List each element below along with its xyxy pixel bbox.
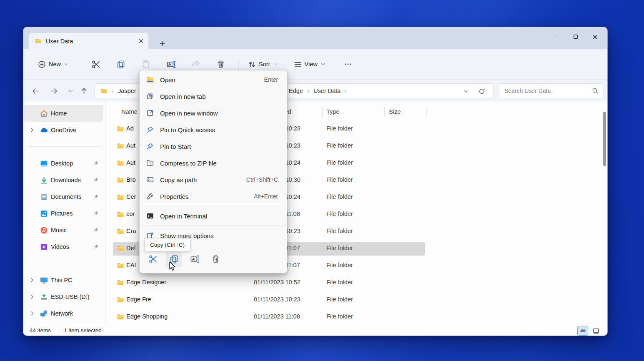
chevron-right-icon[interactable]	[29, 311, 35, 316]
titlebar[interactable]: User Data	[23, 27, 607, 49]
menu-item-properties[interactable]: PropertiesAlt+Enter	[142, 188, 285, 205]
details-view-button[interactable]	[577, 326, 588, 336]
menu-item-pin-to-quick-access[interactable]: Pin to Quick access	[142, 121, 285, 138]
sidebar-item-desktop[interactable]: Desktop	[24, 155, 103, 172]
breadcrumb-edge[interactable]: Edge	[289, 88, 303, 94]
file-name[interactable]: Aut	[126, 159, 135, 166]
file-name[interactable]: Cra	[126, 228, 136, 234]
open-new-window-icon	[146, 109, 154, 117]
column-header-name[interactable]: Name	[121, 108, 138, 115]
rename-quick-button[interactable]	[187, 251, 203, 267]
search-input[interactable]	[504, 84, 588, 98]
toolbar: New Sort View	[23, 49, 607, 80]
scrollbar[interactable]	[603, 105, 606, 323]
search-box[interactable]	[499, 83, 603, 98]
status-divider	[59, 327, 59, 334]
forward-icon	[50, 87, 58, 95]
usb-icon	[40, 293, 48, 301]
sidebar-item-esd-usb-d[interactable]: ESD-USB (D:)	[24, 288, 103, 305]
sidebar-item-documents[interactable]: Documents	[24, 188, 103, 205]
file-name[interactable]: Edge Fre	[126, 296, 151, 303]
up-button[interactable]	[77, 84, 91, 98]
sidebar-item-this-pc[interactable]: This PC	[24, 272, 103, 288]
close-button[interactable]	[585, 27, 604, 46]
sidebar-item-music[interactable]: Music	[24, 222, 103, 238]
file-row-edge-fre[interactable]: Edge Fre01/11/2023 10:23File folder	[106, 291, 607, 308]
view-button[interactable]: View	[290, 57, 330, 72]
column-divider[interactable]	[384, 108, 385, 117]
menu-item-open[interactable]: OpenEnter	[142, 71, 285, 88]
file-name[interactable]: Bro	[126, 176, 136, 183]
recent-locations-button[interactable]	[63, 84, 78, 98]
scrollbar-thumb[interactable]	[603, 112, 606, 166]
ellipsis-icon	[344, 60, 352, 68]
view-button-label: View	[305, 61, 318, 68]
copy-button[interactable]	[113, 57, 129, 72]
column-header-size[interactable]: Size	[389, 108, 401, 115]
delete-button[interactable]	[213, 57, 229, 72]
file-name[interactable]: Edge Designer	[126, 279, 166, 286]
breadcrumb-root[interactable]: Jasper	[118, 88, 136, 94]
tab-close-icon[interactable]	[138, 38, 144, 44]
refresh-button[interactable]	[476, 86, 487, 97]
file-name[interactable]: Def	[126, 245, 136, 251]
sidebar-item-network[interactable]: Network	[24, 305, 103, 322]
new-button[interactable]: New	[34, 57, 73, 72]
address-dropdown-button[interactable]	[461, 86, 471, 97]
maximize-button[interactable]	[566, 27, 585, 46]
rename-button[interactable]	[163, 57, 179, 72]
menu-item-pin-to-start[interactable]: Pin to Start	[142, 138, 285, 155]
file-row-edge-shopping[interactable]: Edge Shopping01/11/2023 11:08File folder	[106, 308, 607, 326]
sidebar-item-videos[interactable]: Videos	[24, 238, 103, 255]
desktop-icon	[40, 160, 48, 168]
sidebar-item-label: Downloads	[51, 177, 81, 183]
paste-button[interactable]	[138, 57, 154, 72]
cut-quick-button[interactable]	[145, 251, 161, 267]
column-header-type[interactable]: Type	[326, 108, 339, 115]
music-icon	[40, 226, 48, 234]
thumbnail-view-button[interactable]	[591, 326, 601, 336]
chevron-right-icon[interactable]	[29, 127, 35, 133]
back-button[interactable]	[28, 84, 43, 98]
chevron-right-icon[interactable]	[29, 277, 35, 283]
file-name[interactable]: Aut	[126, 142, 135, 149]
new-tab-button[interactable]	[159, 40, 165, 47]
sidebar-item-pictures[interactable]: Pictures	[24, 205, 103, 222]
forward-button[interactable]	[47, 84, 61, 98]
delete-icon	[211, 255, 220, 263]
menu-item-open-in-new-window[interactable]: Open in new window	[142, 105, 285, 121]
file-name[interactable]: Cer	[126, 193, 136, 200]
delete-quick-button[interactable]	[208, 251, 223, 267]
menu-item-open-in-new-tab[interactable]: Open in new tab	[142, 88, 285, 105]
column-divider[interactable]	[426, 108, 427, 117]
menu-item-copy-as-path[interactable]: Copy as pathCtrl+Shift+C	[142, 171, 285, 188]
menu-separator	[140, 224, 287, 227]
column-divider[interactable]	[322, 108, 323, 117]
sort-button[interactable]: Sort	[244, 57, 282, 72]
view-icon	[294, 60, 302, 68]
menu-item-open-in-terminal[interactable]: Open in Terminal	[142, 208, 285, 224]
file-type: File folder	[326, 228, 353, 234]
share-button[interactable]	[188, 57, 204, 72]
breadcrumb-user-data[interactable]: User Data	[313, 88, 341, 94]
file-name[interactable]: EAI	[126, 262, 136, 268]
sidebar-item-onedrive[interactable]: OneDrive	[24, 122, 103, 138]
menu-separator	[140, 205, 287, 208]
file-name[interactable]: Ad	[126, 125, 134, 132]
tab-user-data[interactable]: User Data	[29, 33, 148, 49]
cut-button[interactable]	[88, 57, 104, 72]
file-name[interactable]: cor	[126, 211, 135, 217]
copy-quick-button[interactable]	[166, 251, 182, 267]
sidebar-item-home[interactable]: Home	[24, 105, 103, 122]
file-name[interactable]: Edge Shopping	[126, 313, 168, 320]
sidebar-item-downloads[interactable]: Downloads	[24, 172, 103, 188]
menu-item-compress-to-zip-file[interactable]: Compress to ZIP file	[142, 155, 285, 171]
more-options-button[interactable]	[340, 57, 356, 72]
terminal-icon	[146, 212, 154, 220]
file-row-edge-designer[interactable]: Edge Designer01/11/2023 10:52File folder	[106, 274, 607, 291]
menu-item-label: Pin to Start	[160, 143, 191, 150]
minimize-button[interactable]	[547, 27, 566, 46]
menu-item-label: Open	[160, 76, 175, 83]
chevron-right-icon[interactable]	[29, 294, 35, 300]
up-icon	[80, 87, 88, 95]
